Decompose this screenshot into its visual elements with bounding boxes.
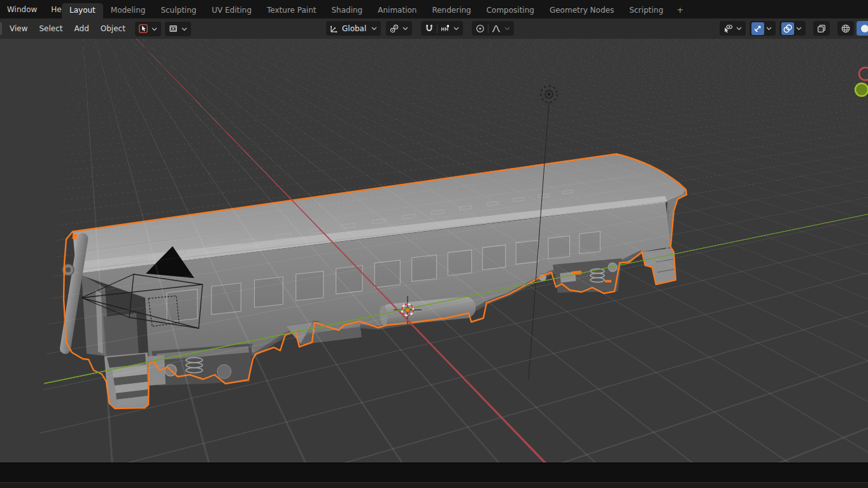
workspace-tabs: LayoutModelingSculptingUV EditingTexture… xyxy=(62,3,689,18)
object-visibility-icon xyxy=(722,22,734,35)
chevron-down-icon xyxy=(794,25,804,31)
show-gizmos-toggle[interactable] xyxy=(750,21,776,36)
viewport-menu-view[interactable]: View xyxy=(4,24,33,33)
tab-compositing[interactable]: Compositing xyxy=(479,3,542,18)
pivot-point-icon xyxy=(388,22,401,35)
axis-x-red-ring xyxy=(859,67,868,80)
magnet-icon xyxy=(423,22,436,35)
transform-orientation-dropdown[interactable]: Global xyxy=(326,21,381,36)
wireframe-shading-icon xyxy=(839,22,852,35)
chevron-down-icon xyxy=(764,25,774,31)
chevron-down-icon xyxy=(502,25,512,31)
chevron-down-icon xyxy=(452,25,461,31)
proportional-editing-icon xyxy=(474,22,487,35)
pivot-point-dropdown[interactable] xyxy=(386,21,412,36)
chevron-down-icon xyxy=(369,25,379,31)
viewport-menu-object[interactable]: Object xyxy=(95,24,131,33)
timeline-header-clipped[interactable]: PlaybackKeying xyxy=(0,482,868,488)
timeline-strip[interactable] xyxy=(0,463,868,482)
scene-overlay xyxy=(0,39,868,463)
show-overlays-toggle[interactable] xyxy=(779,21,806,36)
gizmos-icon xyxy=(751,22,764,35)
viewport-header-right xyxy=(720,21,868,36)
media-dropdown[interactable] xyxy=(165,22,191,36)
viewport-header-left: ViewSelectAddObject xyxy=(4,18,191,39)
tab-scripting[interactable]: Scripting xyxy=(622,3,671,18)
snap-increment-icon xyxy=(439,22,452,35)
orientation-axes-icon xyxy=(328,22,341,35)
object-mode-dropdown[interactable] xyxy=(135,22,161,36)
editor-type-icon[interactable] xyxy=(0,22,2,35)
tab-uv-editing[interactable]: UV Editing xyxy=(204,3,259,18)
tab-texture-paint[interactable]: Texture Paint xyxy=(259,3,324,18)
train-car-mesh[interactable] xyxy=(59,154,687,408)
tab-rendering[interactable]: Rendering xyxy=(424,3,478,18)
object-mode-cursor-icon xyxy=(137,22,150,35)
tab-sculpting[interactable]: Sculpting xyxy=(153,3,204,18)
add-workspace-button[interactable]: + xyxy=(671,3,690,18)
object-visibility-dropdown[interactable] xyxy=(720,21,746,36)
chevron-down-icon xyxy=(734,25,744,31)
chevron-down-icon xyxy=(180,26,189,32)
orientation-label: Global xyxy=(341,24,369,33)
xray-toggle[interactable] xyxy=(813,21,830,36)
viewport-header-center: Global xyxy=(322,21,514,36)
tab-shading[interactable]: Shading xyxy=(324,3,370,18)
tab-geometry-nodes[interactable]: Geometry Nodes xyxy=(542,3,622,18)
tab-modeling[interactable]: Modeling xyxy=(103,3,153,18)
shading-wireframe-button[interactable] xyxy=(837,21,854,36)
overlays-icon xyxy=(781,22,794,35)
viewport-menu-add[interactable]: Add xyxy=(69,24,95,33)
tab-layout[interactable]: Layout xyxy=(62,3,103,18)
chevron-down-icon xyxy=(401,25,410,31)
proportional-editing-control[interactable] xyxy=(472,21,514,36)
3d-viewport[interactable] xyxy=(0,39,868,463)
falloff-curve-icon xyxy=(490,22,502,35)
object-origin-dot xyxy=(405,307,410,312)
solid-shading-icon xyxy=(858,22,868,35)
xray-icon xyxy=(815,22,828,35)
topbar: WindowHelp LayoutModelingSculptingUV Edi… xyxy=(0,0,868,18)
filmstrip-icon xyxy=(167,22,180,35)
navigation-gizmo[interactable] xyxy=(855,67,868,96)
viewport-menu-select[interactable]: Select xyxy=(33,24,68,33)
shading-solid-button[interactable] xyxy=(857,21,868,36)
chevron-down-icon xyxy=(150,26,159,32)
viewport-header: ViewSelectAddObject Global xyxy=(0,18,868,39)
blender-window: WindowHelp LayoutModelingSculptingUV Edi… xyxy=(0,0,868,488)
topbar-menu-window[interactable]: Window xyxy=(0,5,44,14)
snapping-control[interactable] xyxy=(421,21,463,36)
tab-animation[interactable]: Animation xyxy=(370,3,424,18)
axis-y-green-ball xyxy=(855,83,868,96)
